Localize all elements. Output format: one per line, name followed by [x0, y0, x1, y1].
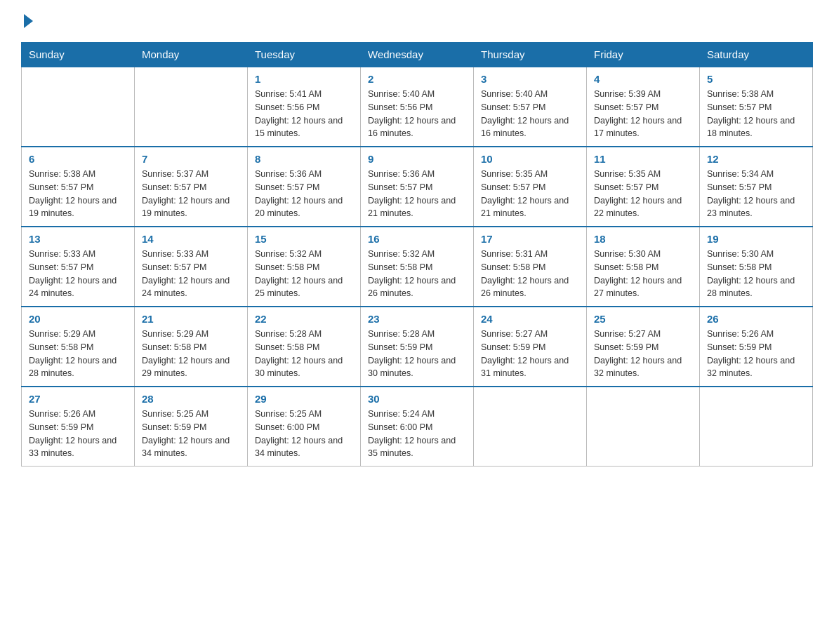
day-detail: Sunrise: 5:29 AMSunset: 5:58 PMDaylight:… [29, 328, 127, 380]
day-number: 12 [707, 153, 805, 165]
day-detail: Sunrise: 5:35 AMSunset: 5:57 PMDaylight:… [481, 168, 579, 220]
calendar-week-2: 6Sunrise: 5:38 AMSunset: 5:57 PMDaylight… [22, 147, 813, 227]
day-detail: Sunrise: 5:36 AMSunset: 5:57 PMDaylight:… [255, 168, 353, 220]
day-detail: Sunrise: 5:26 AMSunset: 5:59 PMDaylight:… [29, 408, 127, 460]
day-detail: Sunrise: 5:37 AMSunset: 5:57 PMDaylight:… [142, 168, 240, 220]
day-detail: Sunrise: 5:40 AMSunset: 5:57 PMDaylight:… [481, 88, 579, 140]
calendar-cell: 28Sunrise: 5:25 AMSunset: 5:59 PMDayligh… [135, 387, 248, 467]
weekday-header-saturday: Saturday [700, 43, 813, 67]
weekday-header-friday: Friday [587, 43, 700, 67]
day-detail: Sunrise: 5:38 AMSunset: 5:57 PMDaylight:… [707, 88, 805, 140]
day-detail: Sunrise: 5:25 AMSunset: 5:59 PMDaylight:… [142, 408, 240, 460]
day-number: 23 [368, 313, 466, 325]
day-number: 11 [594, 153, 692, 165]
day-number: 14 [142, 233, 240, 245]
day-number: 6 [29, 153, 127, 165]
day-number: 9 [368, 153, 466, 165]
calendar-cell: 9Sunrise: 5:36 AMSunset: 5:57 PMDaylight… [361, 147, 474, 227]
calendar-cell: 11Sunrise: 5:35 AMSunset: 5:57 PMDayligh… [587, 147, 700, 227]
calendar-cell: 3Sunrise: 5:40 AMSunset: 5:57 PMDaylight… [474, 67, 587, 147]
calendar-week-5: 27Sunrise: 5:26 AMSunset: 5:59 PMDayligh… [22, 387, 813, 467]
calendar-cell: 8Sunrise: 5:36 AMSunset: 5:57 PMDaylight… [248, 147, 361, 227]
day-number: 2 [368, 73, 466, 85]
day-number: 8 [255, 153, 353, 165]
calendar-cell: 18Sunrise: 5:30 AMSunset: 5:58 PMDayligh… [587, 227, 700, 307]
day-number: 1 [255, 73, 353, 85]
day-detail: Sunrise: 5:30 AMSunset: 5:58 PMDaylight:… [707, 248, 805, 300]
day-number: 3 [481, 73, 579, 85]
day-detail: Sunrise: 5:29 AMSunset: 5:58 PMDaylight:… [142, 328, 240, 380]
calendar-cell: 10Sunrise: 5:35 AMSunset: 5:57 PMDayligh… [474, 147, 587, 227]
weekday-header-sunday: Sunday [22, 43, 135, 67]
day-detail: Sunrise: 5:27 AMSunset: 5:59 PMDaylight:… [594, 328, 692, 380]
day-number: 17 [481, 233, 579, 245]
day-number: 15 [255, 233, 353, 245]
calendar-table: SundayMondayTuesdayWednesdayThursdayFrid… [21, 42, 813, 467]
weekday-header-wednesday: Wednesday [361, 43, 474, 67]
day-detail: Sunrise: 5:28 AMSunset: 5:59 PMDaylight:… [368, 328, 466, 380]
day-number: 19 [707, 233, 805, 245]
calendar-cell: 7Sunrise: 5:37 AMSunset: 5:57 PMDaylight… [135, 147, 248, 227]
day-detail: Sunrise: 5:40 AMSunset: 5:56 PMDaylight:… [368, 88, 466, 140]
day-detail: Sunrise: 5:32 AMSunset: 5:58 PMDaylight:… [368, 248, 466, 300]
calendar-week-4: 20Sunrise: 5:29 AMSunset: 5:58 PMDayligh… [22, 307, 813, 387]
day-detail: Sunrise: 5:27 AMSunset: 5:59 PMDaylight:… [481, 328, 579, 380]
calendar-cell: 22Sunrise: 5:28 AMSunset: 5:58 PMDayligh… [248, 307, 361, 387]
weekday-header-thursday: Thursday [474, 43, 587, 67]
calendar-cell: 26Sunrise: 5:26 AMSunset: 5:59 PMDayligh… [700, 307, 813, 387]
day-number: 30 [368, 393, 466, 405]
day-number: 10 [481, 153, 579, 165]
calendar-cell: 24Sunrise: 5:27 AMSunset: 5:59 PMDayligh… [474, 307, 587, 387]
calendar-cell: 14Sunrise: 5:33 AMSunset: 5:57 PMDayligh… [135, 227, 248, 307]
day-detail: Sunrise: 5:38 AMSunset: 5:57 PMDaylight:… [29, 168, 127, 220]
day-detail: Sunrise: 5:35 AMSunset: 5:57 PMDaylight:… [594, 168, 692, 220]
calendar-cell: 13Sunrise: 5:33 AMSunset: 5:57 PMDayligh… [22, 227, 135, 307]
day-detail: Sunrise: 5:32 AMSunset: 5:58 PMDaylight:… [255, 248, 353, 300]
day-detail: Sunrise: 5:28 AMSunset: 5:58 PMDaylight:… [255, 328, 353, 380]
day-number: 20 [29, 313, 127, 325]
day-detail: Sunrise: 5:39 AMSunset: 5:57 PMDaylight:… [594, 88, 692, 140]
day-number: 29 [255, 393, 353, 405]
day-number: 13 [29, 233, 127, 245]
day-number: 27 [29, 393, 127, 405]
day-detail: Sunrise: 5:31 AMSunset: 5:58 PMDaylight:… [481, 248, 579, 300]
calendar-cell [474, 387, 587, 467]
calendar-cell: 23Sunrise: 5:28 AMSunset: 5:59 PMDayligh… [361, 307, 474, 387]
day-number: 22 [255, 313, 353, 325]
day-detail: Sunrise: 5:33 AMSunset: 5:57 PMDaylight:… [142, 248, 240, 300]
day-number: 5 [707, 73, 805, 85]
logo [21, 14, 33, 28]
calendar-cell: 2Sunrise: 5:40 AMSunset: 5:56 PMDaylight… [361, 67, 474, 147]
calendar-cell: 4Sunrise: 5:39 AMSunset: 5:57 PMDaylight… [587, 67, 700, 147]
calendar-cell [22, 67, 135, 147]
calendar-cell: 1Sunrise: 5:41 AMSunset: 5:56 PMDaylight… [248, 67, 361, 147]
day-number: 4 [594, 73, 692, 85]
day-detail: Sunrise: 5:26 AMSunset: 5:59 PMDaylight:… [707, 328, 805, 380]
weekday-header-monday: Monday [135, 43, 248, 67]
calendar-week-3: 13Sunrise: 5:33 AMSunset: 5:57 PMDayligh… [22, 227, 813, 307]
day-number: 18 [594, 233, 692, 245]
calendar-cell [587, 387, 700, 467]
calendar-cell: 6Sunrise: 5:38 AMSunset: 5:57 PMDaylight… [22, 147, 135, 227]
calendar-cell: 17Sunrise: 5:31 AMSunset: 5:58 PMDayligh… [474, 227, 587, 307]
calendar-cell: 27Sunrise: 5:26 AMSunset: 5:59 PMDayligh… [22, 387, 135, 467]
calendar-cell: 5Sunrise: 5:38 AMSunset: 5:57 PMDaylight… [700, 67, 813, 147]
day-detail: Sunrise: 5:24 AMSunset: 6:00 PMDaylight:… [368, 408, 466, 460]
calendar-cell: 15Sunrise: 5:32 AMSunset: 5:58 PMDayligh… [248, 227, 361, 307]
day-detail: Sunrise: 5:41 AMSunset: 5:56 PMDaylight:… [255, 88, 353, 140]
calendar-cell: 19Sunrise: 5:30 AMSunset: 5:58 PMDayligh… [700, 227, 813, 307]
calendar-cell [135, 67, 248, 147]
day-number: 7 [142, 153, 240, 165]
calendar-cell [700, 387, 813, 467]
calendar-cell: 30Sunrise: 5:24 AMSunset: 6:00 PMDayligh… [361, 387, 474, 467]
day-detail: Sunrise: 5:34 AMSunset: 5:57 PMDaylight:… [707, 168, 805, 220]
calendar-cell: 12Sunrise: 5:34 AMSunset: 5:57 PMDayligh… [700, 147, 813, 227]
day-number: 16 [368, 233, 466, 245]
day-number: 26 [707, 313, 805, 325]
day-number: 24 [481, 313, 579, 325]
logo-triangle-icon [24, 14, 33, 28]
calendar-week-1: 1Sunrise: 5:41 AMSunset: 5:56 PMDaylight… [22, 67, 813, 147]
calendar-cell: 29Sunrise: 5:25 AMSunset: 6:00 PMDayligh… [248, 387, 361, 467]
day-number: 28 [142, 393, 240, 405]
calendar-cell: 20Sunrise: 5:29 AMSunset: 5:58 PMDayligh… [22, 307, 135, 387]
